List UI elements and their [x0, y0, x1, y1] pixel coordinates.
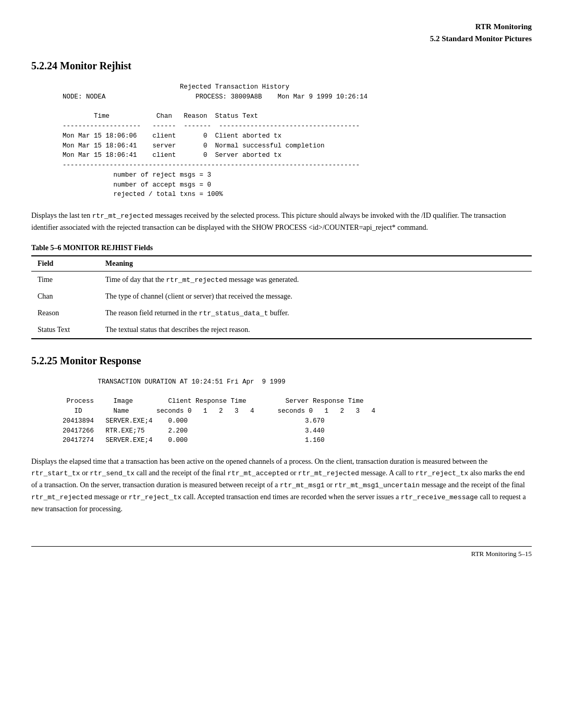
rejhist-stat1: number of reject msgs = 3: [63, 171, 211, 179]
response-row-1: 20413894 SERVER.EXE;4 0.000 3.670: [63, 417, 325, 425]
code-rtr-mt-rejected-1: rtr_mt_rejected: [92, 212, 153, 220]
rejhist-header1: Rejected Transaction History: [63, 83, 289, 91]
rejhist-col-header: Time Chan Reason Status Text: [63, 113, 258, 120]
table-row: Status Text The textual status that desc…: [31, 322, 532, 339]
code-rtr-start-tx: rtr_start_tx: [31, 470, 80, 477]
code-rtr-send-tx: rtr_send_tx: [90, 470, 134, 477]
response-col-header2: ID Name seconds 0 1 2 3 4 seconds 0 1 2 …: [63, 408, 375, 415]
code-rtr-mt-accepted: rtr_mt_accepted: [227, 470, 288, 477]
rejhist-header2: NODE: NODEA PROCESS: 38009A8B Mon Mar 9 …: [63, 93, 368, 101]
rejhist-monitor-block: Rejected Transaction History NODE: NODEA…: [63, 82, 532, 200]
code-rtr-mt-rejected-2: rtr_mt_rejected: [166, 276, 227, 284]
code-rtr-mt-msg1-uncertain: rtr_mt_msg1_uncertain: [334, 482, 420, 489]
code-rtr-reject-tx-2: rtr_reject_tx: [129, 493, 181, 501]
footer-text: RTR Monitoring 5–15: [471, 550, 532, 558]
response-row-3: 20417274 SERVER.EXE;4 0.000 1.160: [63, 437, 325, 444]
rejhist-stat3: rejected / total txns = 100%: [63, 191, 223, 198]
header-title: RTR Monitoring 5.2 Standard Monitor Pict…: [31, 21, 532, 44]
table-header-row: Field Meaning: [31, 256, 532, 272]
page-footer: RTR Monitoring 5–15: [31, 546, 532, 558]
meaning-time: Time of day that the rtr_mt_rejected mes…: [99, 272, 532, 289]
code-rtr-mt-rejected-3: rtr_mt_rejected: [298, 470, 359, 477]
response-header1: TRANSACTION DURATION AT 10:24:51 Fri Apr…: [63, 378, 286, 386]
meaning-reason: The reason field returned in the rtr_sta…: [99, 305, 532, 322]
field-reason: Reason: [31, 305, 99, 322]
response-col-header1: Process Image Client Response Time Serve…: [63, 398, 364, 405]
rejhist-stat2: number of accept msgs = 0: [63, 181, 211, 189]
code-rtr-mt-msg1: rtr_mt_msg1: [280, 482, 325, 489]
field-time: Time: [31, 272, 99, 289]
code-rtr-reject-tx-1: rtr_reject_tx: [415, 470, 468, 477]
header-line2: 5.2 Standard Monitor Pictures: [430, 34, 532, 43]
response-row-2: 20417266 RTR.EXE;75 2.200 3.440: [63, 427, 325, 435]
field-chan: Chan: [31, 288, 99, 305]
rejhist-body-text: Displays the last ten rtr_mt_rejected me…: [31, 210, 532, 233]
meaning-chan: The type of channel (client or server) t…: [99, 288, 532, 305]
section-rejhist-title: 5.2.24 Monitor Rejhist: [31, 60, 532, 72]
page-header: RTR Monitoring 5.2 Standard Monitor Pict…: [31, 21, 532, 44]
code-rtr-mt-rejected-4: rtr_mt_rejected: [31, 493, 92, 501]
section-response-title: 5.2.25 Monitor Response: [31, 355, 532, 367]
rejhist-row-3: Mon Mar 15 18:06:41 client 0 Server abor…: [63, 152, 282, 159]
rejhist-fields-table: Field Meaning Time Time of day that the …: [31, 255, 532, 339]
rejhist-row-1: Mon Mar 15 18:06:06 client 0 Client abor…: [63, 132, 282, 140]
code-rtr-status-data-t: rtr_status_data_t: [199, 310, 268, 317]
rejhist-divider1: -------------------- ------ ------- ----…: [63, 122, 360, 130]
table-row: Time Time of day that the rtr_mt_rejecte…: [31, 272, 532, 289]
response-monitor-block: TRANSACTION DURATION AT 10:24:51 Fri Apr…: [63, 377, 532, 446]
table-row: Reason The reason field returned in the …: [31, 305, 532, 322]
response-body-text: Displays the elapsed time that a transac…: [31, 456, 532, 515]
rejhist-row-2: Mon Mar 15 18:06:41 server 0 Normal succ…: [63, 142, 325, 150]
table-row: Chan The type of channel (client or serv…: [31, 288, 532, 305]
rejhist-divider2: ----------------------------------------…: [63, 162, 360, 169]
col-meaning: Meaning: [99, 256, 532, 272]
table-rejhist-title: Table 5–6 MONITOR REJHIST Fields: [31, 244, 532, 252]
field-status-text: Status Text: [31, 322, 99, 339]
code-rtr-receive-message: rtr_receive_message: [401, 493, 478, 501]
col-field: Field: [31, 256, 99, 272]
header-line1: RTR Monitoring: [475, 22, 532, 31]
meaning-status-text: The textual status that describes the re…: [99, 322, 532, 339]
